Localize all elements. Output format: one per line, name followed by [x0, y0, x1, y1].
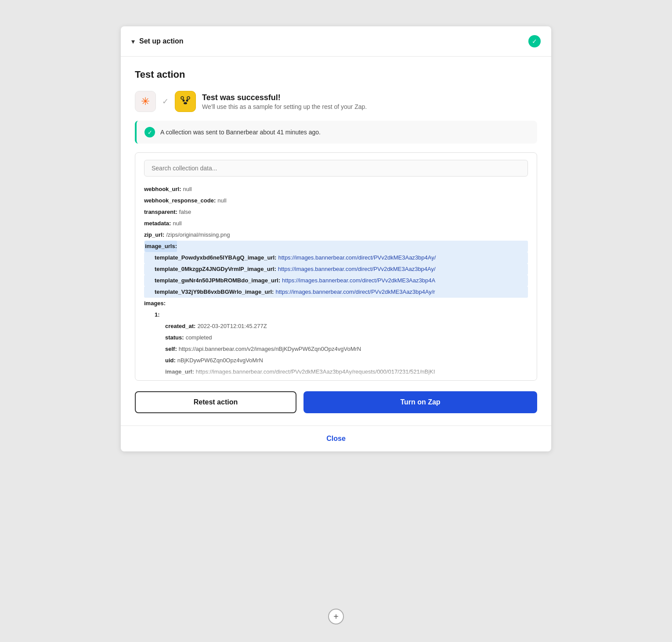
field-metadata: metadata: null	[144, 218, 528, 229]
field-images-1-header: 1:	[144, 309, 528, 321]
actions-row: Retest action Turn on Zap	[135, 391, 537, 413]
bannerbear-app-icon	[175, 91, 196, 112]
field-key: zip_url:	[144, 229, 164, 241]
data-fade-overlay	[135, 367, 537, 380]
field-template-4: template_V32jY9bB6vxbBGWrlo_image_url: h…	[144, 286, 528, 298]
field-value: nBjKDywPW6Zqn0Opz4vgVoMrN	[177, 355, 263, 366]
field-value: https://images.bannerbear.com/direct/PVv…	[278, 263, 436, 275]
close-link[interactable]: Close	[326, 435, 346, 442]
field-value: 2022-03-20T12:01:45.277Z	[197, 321, 267, 332]
field-created-at: created_at: 2022-03-20T12:01:45.277Z	[144, 321, 528, 332]
field-key: image_urls:	[145, 241, 177, 252]
field-key: webhook_url:	[144, 184, 181, 195]
field-key: uid:	[165, 355, 176, 366]
add-step-area: +	[328, 609, 344, 624]
field-value: https://images.bannerbear.com/direct/PVv…	[275, 286, 435, 298]
field-images-header: images:	[144, 298, 528, 309]
field-value: completed	[186, 332, 212, 343]
field-value: https://api.bannerbear.com/v2/images/nBj…	[179, 343, 361, 355]
field-value: /zips/original/missing.png	[166, 229, 230, 241]
alert-box: ✓ A collection was sent to Bannerbear ab…	[135, 121, 537, 144]
data-container: webhook_url: null webhook_response_code:…	[135, 152, 537, 381]
success-title: Test was successful!	[202, 93, 367, 102]
turn-on-zap-button[interactable]: Turn on Zap	[303, 391, 537, 413]
svg-point-1	[183, 100, 185, 102]
header-left: ▾ Set up action	[131, 37, 183, 46]
retest-action-button[interactable]: Retest action	[135, 391, 296, 413]
field-key: self:	[165, 343, 177, 355]
field-template-1: template_Powdyxbd6ne5lYBAgQ_image_url: h…	[144, 252, 528, 263]
field-key: images:	[144, 298, 166, 309]
field-status: status: completed	[144, 332, 528, 343]
svg-point-5	[187, 97, 190, 99]
field-template-2: template_0MkzgpZ4JNGDyVrmlP_image_url: h…	[144, 263, 528, 275]
alert-check-icon: ✓	[145, 127, 155, 137]
completion-check-icon: ✓	[528, 35, 541, 47]
field-key: template_gwNr4n50JPMbROMBdo_image_url:	[155, 275, 280, 286]
success-subtitle: We'll use this as a sample for setting u…	[202, 103, 367, 110]
field-value: null	[173, 218, 181, 229]
field-key: webhook_response_code:	[144, 195, 216, 206]
field-webhook-response-code: webhook_response_code: null	[144, 195, 528, 206]
svg-point-4	[181, 97, 184, 99]
field-key: template_0MkzgpZ4JNGDyVrmlP_image_url:	[155, 263, 276, 275]
page-title: Set up action	[139, 37, 183, 45]
field-key: 1:	[155, 309, 160, 321]
arrow-check-icon: ✓	[162, 97, 169, 106]
search-input[interactable]	[144, 160, 528, 177]
chevron-down-icon[interactable]: ▾	[131, 37, 135, 46]
field-key: created_at:	[165, 321, 195, 332]
field-value: null	[183, 184, 192, 195]
field-image-urls-header: image_urls:	[144, 241, 528, 252]
zapier-trigger-icon: ✳	[135, 91, 156, 112]
success-row: ✳ ✓ Test was successful! We'll use t	[135, 91, 537, 112]
field-value: false	[179, 206, 191, 218]
field-key: metadata:	[144, 218, 171, 229]
header-section: ▾ Set up action ✓	[121, 26, 551, 57]
field-key: template_V32jY9bB6vxbBGWrlo_image_url:	[155, 286, 274, 298]
content-section: Test action ✳ ✓	[121, 57, 551, 426]
footer-section: Close	[121, 426, 551, 451]
test-action-title: Test action	[135, 69, 537, 80]
svg-point-2	[186, 100, 188, 102]
field-self: self: https://api.bannerbear.com/v2/imag…	[144, 343, 528, 355]
field-value: https://images.bannerbear.com/direct/PVv…	[282, 275, 435, 286]
add-step-button[interactable]: +	[328, 609, 344, 624]
data-fields-list: webhook_url: null webhook_response_code:…	[144, 184, 528, 381]
svg-point-3	[184, 102, 187, 105]
field-transparent: transparent: false	[144, 206, 528, 218]
field-zip-url: zip_url: /zips/original/missing.png	[144, 229, 528, 241]
field-uid: uid: nBjKDywPW6Zqn0Opz4vgVoMrN	[144, 355, 528, 366]
field-key: status:	[165, 332, 184, 343]
field-value: null	[217, 195, 226, 206]
field-key: template_Powdyxbd6ne5lYBAgQ_image_url:	[155, 252, 276, 263]
star-icon: ✳	[141, 95, 150, 108]
field-template-3: template_gwNr4n50JPMbROMBdo_image_url: h…	[144, 275, 528, 286]
field-value: https://images.bannerbear.com/direct/PVv…	[278, 252, 436, 263]
field-webhook-url: webhook_url: null	[144, 184, 528, 195]
success-text-block: Test was successful! We'll use this as a…	[202, 93, 367, 110]
field-key: transparent:	[144, 206, 177, 218]
bear-svg-icon	[179, 95, 191, 108]
alert-text: A collection was sent to Bannerbear abou…	[160, 129, 321, 136]
main-panel: ▾ Set up action ✓ Test action ✳ ✓	[121, 26, 551, 451]
